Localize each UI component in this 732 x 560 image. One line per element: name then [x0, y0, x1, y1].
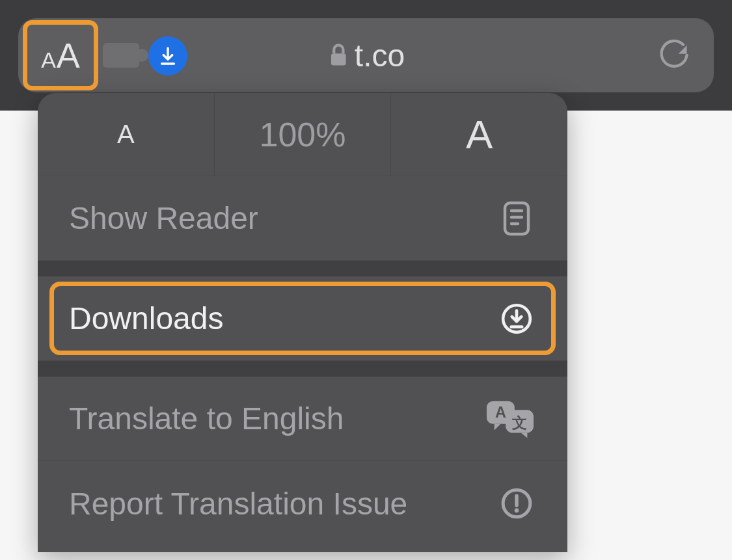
page-settings-popover: A 100% A Show Reader Downloads	[38, 93, 567, 552]
zoom-percent-button[interactable]: 100%	[215, 93, 392, 176]
url-display: t.co	[327, 38, 405, 73]
downloads-indicator[interactable]	[148, 36, 187, 75]
zoom-increase-label: A	[466, 111, 493, 157]
translate-icon: A 文	[485, 399, 536, 438]
reload-icon	[657, 37, 691, 73]
svg-text:A: A	[495, 404, 506, 421]
menu-separator	[38, 261, 567, 276]
address-bar[interactable]: A A t.co	[18, 18, 714, 92]
report-translation-label: Report Translation Issue	[69, 486, 407, 522]
report-translation-item[interactable]: Report Translation Issue	[38, 461, 567, 546]
zoom-percent-label: 100%	[260, 115, 346, 154]
lock-icon	[327, 42, 349, 69]
translate-item[interactable]: Translate to English A 文	[38, 377, 567, 461]
svg-rect-0	[331, 53, 346, 65]
show-reader-label: Show Reader	[69, 200, 258, 236]
info-icon	[497, 487, 536, 520]
downloads-item[interactable]: Downloads	[38, 276, 567, 361]
download-arrow-icon	[157, 46, 178, 66]
extensions-icon[interactable]	[103, 43, 139, 68]
text-size-icon[interactable]: A A	[41, 35, 80, 75]
zoom-decrease-label: A	[117, 120, 135, 149]
aa-small-glyph: A	[41, 47, 56, 73]
zoom-increase-button[interactable]: A	[391, 93, 567, 176]
downloads-label: Downloads	[69, 300, 223, 336]
zoom-decrease-button[interactable]: A	[38, 93, 215, 176]
svg-point-13	[515, 509, 519, 513]
svg-text:文: 文	[511, 414, 527, 431]
url-host-text: t.co	[355, 38, 405, 73]
menu-separator	[38, 361, 567, 377]
translate-label: Translate to English	[69, 401, 344, 436]
downloads-icon	[497, 302, 536, 335]
page-settings-button-highlight: A A	[23, 20, 98, 90]
reader-icon	[497, 200, 536, 237]
reload-button[interactable]	[655, 36, 693, 74]
zoom-controls-row: A 100% A	[38, 93, 567, 176]
show-reader-item[interactable]: Show Reader	[38, 176, 567, 261]
aa-large-glyph: A	[57, 35, 80, 75]
